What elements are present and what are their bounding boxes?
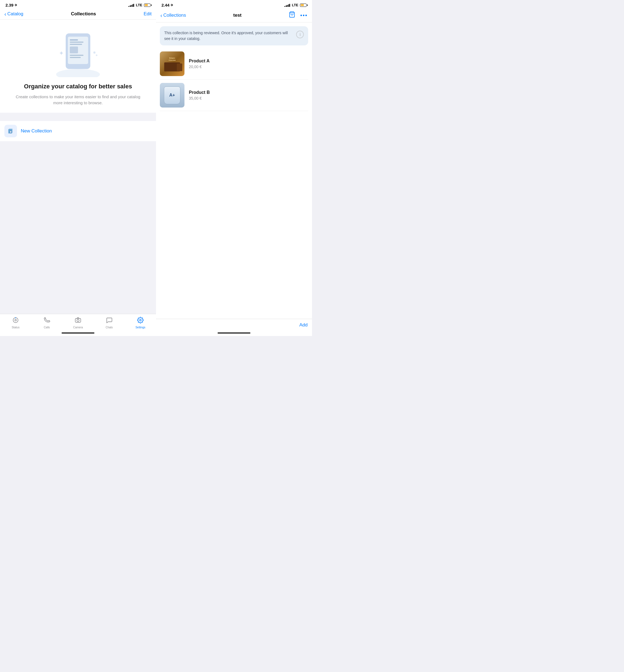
product-a-name: Product A — [189, 58, 308, 63]
product-b-name: Product B — [189, 90, 308, 95]
calls-icon — [44, 317, 50, 325]
left-back-label: Catalog — [7, 11, 24, 17]
left-location-arrow: ✈ — [15, 3, 17, 7]
nav-item-calls[interactable]: Calls — [31, 317, 62, 329]
right-screen: 2.44 ✈ LTE ‹ Collections test — [156, 0, 312, 336]
home-bar — [61, 332, 95, 333]
svg-text:✦: ✦ — [59, 50, 64, 57]
add-button[interactable]: Add — [300, 322, 308, 328]
svg-rect-8 — [70, 57, 81, 58]
new-collection-icon — [4, 125, 17, 137]
settings-icon — [137, 317, 144, 325]
more-dots-icon[interactable]: ••• — [300, 12, 308, 19]
product-a-price: 20,00 € — [189, 64, 308, 69]
product-b-price: 35,00 € — [189, 96, 308, 101]
svg-rect-4 — [70, 42, 83, 43]
right-time: 2.44 ✈ — [161, 3, 173, 7]
nav-item-chats[interactable]: Chats — [94, 317, 125, 329]
nav-camera-label: Camera — [73, 326, 83, 329]
right-status-icons: LTE — [284, 3, 307, 7]
right-back-label: Collections — [163, 12, 186, 18]
svg-rect-5 — [70, 44, 82, 45]
svg-point-17 — [13, 318, 18, 323]
review-banner: This collection is being reviewed. Once … — [160, 26, 308, 46]
right-nav-icons: ••• — [289, 11, 308, 20]
back-chevron-icon: ‹ — [4, 11, 6, 17]
product-a-info: Product A 20,00 € — [189, 58, 308, 69]
right-battery-icon — [300, 4, 307, 7]
chats-icon — [106, 317, 112, 325]
left-content: ✦ Organize your catalog for better sales… — [0, 20, 156, 314]
catalog-subtext: Create collections to make your items ea… — [0, 90, 156, 106]
right-nav-title: test — [233, 12, 241, 18]
right-home-bar — [217, 332, 251, 333]
status-icon — [12, 317, 19, 325]
product-item-a[interactable]: Belgian Chocolat Product A 20,00 € — [160, 48, 308, 80]
svg-rect-6 — [70, 47, 78, 53]
battery-icon — [144, 4, 151, 7]
svg-point-0 — [56, 69, 100, 77]
review-text: This collection is being reviewed. Once … — [164, 30, 293, 42]
product-b-info: Product B 35,00 € — [189, 90, 308, 101]
lte-label: LTE — [136, 3, 142, 7]
product-list: Belgian Chocolat Product A 20,00 € Produ… — [156, 48, 312, 184]
bottom-nav: Status Calls Camera — [0, 314, 156, 330]
empty-content-area — [0, 141, 156, 314]
product-b-image — [160, 83, 184, 108]
catalog-illustration: ✦ — [0, 20, 156, 83]
nav-item-settings[interactable]: Settings — [125, 317, 156, 329]
svg-rect-3 — [70, 39, 78, 41]
svg-point-19 — [15, 317, 16, 318]
catalog-headline: Organize your catalog for better sales — [0, 83, 156, 90]
new-collection-label: New Collection — [21, 128, 52, 134]
left-screen: 2.39 ✈ LTE ‹ Catalog Collections Edit — [0, 0, 156, 336]
svg-rect-7 — [70, 55, 83, 56]
right-signal-icon — [284, 4, 290, 7]
right-nav-bar: ‹ Collections test ••• — [156, 9, 312, 22]
section-divider — [0, 113, 156, 121]
left-nav-bar: ‹ Catalog Collections Edit — [0, 9, 156, 20]
add-collection-icon — [7, 128, 14, 134]
product-item-b[interactable]: Product B 35,00 € — [160, 80, 308, 111]
svg-point-10 — [93, 51, 96, 54]
right-back-chevron-icon: ‹ — [160, 12, 162, 18]
review-info-icon[interactable]: ℹ — [296, 31, 304, 38]
right-time-value: 2.44 — [161, 3, 170, 7]
nav-chats-label: Chats — [106, 326, 113, 329]
cart-icon[interactable] — [289, 11, 295, 20]
nav-status-label: Status — [12, 326, 20, 329]
svg-rect-20 — [75, 319, 81, 322]
left-edit-button[interactable]: Edit — [144, 11, 152, 17]
product-a-image: Belgian Chocolat — [160, 51, 184, 76]
right-empty-area — [156, 184, 312, 319]
left-nav-title: Collections — [71, 11, 96, 17]
right-back-button[interactable]: ‹ Collections — [160, 12, 186, 18]
camera-icon — [75, 317, 81, 325]
nav-settings-label: Settings — [135, 326, 145, 329]
phone-illustration-svg: ✦ — [51, 28, 105, 77]
nav-calls-label: Calls — [44, 326, 50, 329]
signal-icon — [128, 4, 134, 7]
left-time: 2.39 ✈ — [5, 3, 17, 7]
new-collection-button[interactable]: New Collection — [0, 121, 156, 141]
right-home-indicator — [156, 330, 312, 336]
left-status-icons: LTE — [128, 3, 151, 7]
left-back-button[interactable]: ‹ Catalog — [4, 11, 23, 17]
left-home-indicator — [0, 330, 156, 336]
right-bottom-bar: Add — [156, 319, 312, 330]
svg-point-11 — [96, 54, 98, 56]
left-time-value: 2.39 — [5, 3, 14, 7]
svg-point-21 — [77, 319, 79, 322]
right-lte-label: LTE — [292, 3, 298, 7]
nav-item-camera[interactable]: Camera — [62, 317, 94, 329]
right-status-bar: 2.44 ✈ LTE — [156, 0, 312, 9]
svg-point-18 — [15, 319, 17, 321]
right-location-arrow: ✈ — [171, 3, 173, 7]
left-status-bar: 2.39 ✈ LTE — [0, 0, 156, 9]
nav-item-status[interactable]: Status — [0, 317, 31, 329]
